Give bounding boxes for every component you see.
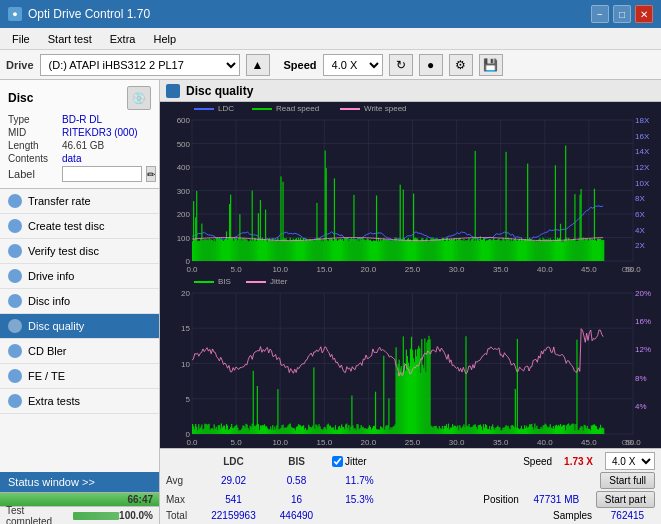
label-input[interactable] [62, 166, 142, 182]
nav-dot-icon [8, 244, 22, 258]
jitter-label: Jitter [345, 456, 367, 467]
nav-label-fe-te: FE / TE [28, 370, 65, 382]
speed-select[interactable]: 4.0 X [323, 54, 383, 76]
menu-help[interactable]: Help [145, 31, 184, 47]
type-key: Type [8, 114, 58, 125]
sidebar-item-drive-info[interactable]: Drive info [0, 264, 159, 289]
total-ldc: 22159963 [206, 510, 261, 521]
menu-bar: File Start test Extra Help [0, 28, 661, 50]
progress-pct: 100.0% [119, 510, 153, 521]
eject-button[interactable]: ▲ [246, 54, 270, 76]
status-window-label: Status window >> [8, 476, 95, 488]
speed-stat-val: 1.73 X [564, 456, 593, 467]
nav-dot-icon [8, 394, 22, 408]
avg-jitter: 11.7% [332, 475, 387, 486]
menu-start-test[interactable]: Start test [40, 31, 100, 47]
length-key: Length [8, 140, 58, 151]
jitter-checkbox-row: Jitter [332, 456, 367, 467]
chart-header: Disc quality [160, 80, 661, 102]
nav-dot-icon [8, 294, 22, 308]
chart-header-icon [166, 84, 180, 98]
max-bis: 16 [269, 494, 324, 505]
menu-extra[interactable]: Extra [102, 31, 144, 47]
sidebar-item-cd-bler[interactable]: CD Bler [0, 339, 159, 364]
avg-label: Avg [166, 475, 198, 486]
speed-label: Speed [284, 59, 317, 71]
bis-header: BIS [269, 456, 324, 467]
title-bar: ● Opti Drive Control 1.70 − □ ✕ [0, 0, 661, 28]
ldc-header: LDC [206, 456, 261, 467]
drive-select[interactable]: (D:) ATAPI iHBS312 2 PL17 [40, 54, 240, 76]
maximize-button[interactable]: □ [613, 5, 631, 23]
disc-panel: Disc 💿 Type BD-R DL MID RITEKDR3 (000) L… [0, 80, 159, 189]
nav-items: Transfer rate Create test disc Verify te… [0, 189, 159, 472]
stats-bar: LDC BIS Jitter Speed 1.73 X 4.0 X Avg 29… [160, 448, 661, 524]
nav-label-create-test-disc: Create test disc [28, 220, 104, 232]
close-button[interactable]: ✕ [635, 5, 653, 23]
nav-label-disc-quality: Disc quality [28, 320, 84, 332]
start-part-btn[interactable]: Start part [596, 491, 655, 508]
nav-dot-icon [8, 319, 22, 333]
app-title: Opti Drive Control 1.70 [28, 7, 150, 21]
nav-dot-icon [8, 369, 22, 383]
disc-panel-title: Disc [8, 91, 33, 105]
nav-dot-icon [8, 219, 22, 233]
status-window-button[interactable]: Status window >> [0, 472, 159, 492]
sidebar-item-create-test-disc[interactable]: Create test disc [0, 214, 159, 239]
sidebar-item-verify-test-disc[interactable]: Verify test disc [0, 239, 159, 264]
status-text: Test completed [6, 505, 69, 525]
menu-file[interactable]: File [4, 31, 38, 47]
contents-key: Contents [8, 153, 58, 164]
start-full-button[interactable]: Start full [600, 472, 655, 489]
minimize-button[interactable]: − [591, 5, 609, 23]
max-ldc: 541 [206, 494, 261, 505]
mid-val: RITEKDR3 (000) [62, 127, 138, 138]
contents-val: data [62, 153, 81, 164]
total-label: Total [166, 510, 198, 521]
drive-bar: Drive (D:) ATAPI iHBS312 2 PL17 ▲ Speed … [0, 50, 661, 80]
nav-label-cd-bler: CD Bler [28, 345, 67, 357]
nav-label-disc-info: Disc info [28, 295, 70, 307]
progress-bar: 66:47 [0, 492, 159, 506]
bottom-chart [160, 275, 661, 448]
status-text-bar: Test completed 100.0% [0, 506, 159, 524]
chart-panel: Disc quality LDC BIS Jitter Speed 1.73 X [160, 80, 661, 524]
length-val: 46.61 GB [62, 140, 104, 151]
position-label: Position [483, 494, 519, 505]
nav-label-drive-info: Drive info [28, 270, 74, 282]
nav-label-verify-test-disc: Verify test disc [28, 245, 99, 257]
avg-ldc: 29.02 [206, 475, 261, 486]
drive-label: Drive [6, 59, 34, 71]
status-indicator [73, 512, 120, 520]
jitter-checkbox[interactable] [332, 456, 343, 467]
nav-dot-icon [8, 194, 22, 208]
app-icon: ● [8, 7, 22, 21]
max-jitter: 15.3% [332, 494, 387, 505]
samples-label: Samples [553, 510, 592, 521]
burn-button[interactable]: ● [419, 54, 443, 76]
position-val: 47731 MB [529, 494, 584, 505]
samples-val: 762415 [600, 510, 655, 521]
label-edit-button[interactable]: ✏ [146, 166, 156, 182]
sidebar-item-transfer-rate[interactable]: Transfer rate [0, 189, 159, 214]
nav-label-extra-tests: Extra tests [28, 395, 80, 407]
sidebar-item-disc-info[interactable]: Disc info [0, 289, 159, 314]
refresh-button[interactable]: ↻ [389, 54, 413, 76]
total-bis: 446490 [269, 510, 324, 521]
type-val: BD-R DL [62, 114, 102, 125]
sidebar-item-extra-tests[interactable]: Extra tests [0, 389, 159, 414]
start-part-button[interactable]: Start part [596, 491, 655, 508]
sidebar-item-disc-quality[interactable]: Disc quality [0, 314, 159, 339]
nav-dot-icon [8, 344, 22, 358]
speed-stat-label: Speed [523, 456, 552, 467]
save-button[interactable]: 💾 [479, 54, 503, 76]
avg-bis: 0.58 [269, 475, 324, 486]
speed-stat-dropdown[interactable]: 4.0 X [605, 452, 655, 470]
nav-label-transfer-rate: Transfer rate [28, 195, 91, 207]
sidebar-item-fe-te[interactable]: FE / TE [0, 364, 159, 389]
charts-area [160, 102, 661, 448]
disc-icon[interactable]: 💿 [127, 86, 151, 110]
start-full-btn[interactable]: Start full [600, 472, 655, 489]
settings-button[interactable]: ⚙ [449, 54, 473, 76]
nav-dot-icon [8, 269, 22, 283]
